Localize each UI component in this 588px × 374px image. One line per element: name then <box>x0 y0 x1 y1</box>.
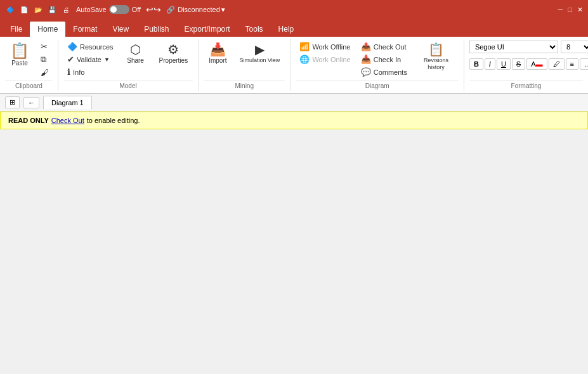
readonly-text: to enable editing. <box>87 117 140 124</box>
info-label: Info <box>73 68 84 76</box>
diagram-col2: 📤 Check Out 📥 Check In 💬 Comments <box>357 41 411 78</box>
check-out-icon: 📤 <box>361 42 371 51</box>
paste-icon: 📋 <box>10 43 29 58</box>
clipboard-group: 📋 Paste ✂ ⧉ 🖌 Clipboard <box>0 39 58 91</box>
revisions-icon: 📋 <box>428 43 444 56</box>
ribbon: 📋 Paste ✂ ⧉ 🖌 Clipboard 🔷 <box>0 37 588 94</box>
diagram-group: 📶 Work Offline 🌐 Work Online 📤 Check Out… <box>291 39 464 91</box>
format-row: B I U S A▬ 🖊 ≡ ... <box>469 58 588 70</box>
cut-button[interactable]: ✂ <box>37 41 53 53</box>
simulation-icon: ▶ <box>255 43 265 56</box>
work-offline-label: Work Offline <box>312 43 350 51</box>
clipboard-content: 📋 Paste ✂ ⧉ 🖌 <box>5 41 53 79</box>
tab-tools[interactable]: Tools <box>238 22 271 37</box>
app-icon: 🔷 <box>5 4 15 15</box>
comments-button[interactable]: 💬 Comments <box>357 66 411 78</box>
readonly-bar: READ ONLY Check Out to enable editing. <box>0 112 588 129</box>
check-out-label: Check Out <box>374 43 407 51</box>
tab-file[interactable]: File <box>3 22 30 37</box>
work-online-label: Work Online <box>312 56 350 63</box>
new-icon[interactable]: 📄 <box>19 4 29 15</box>
model-group: 🔷 Resources ✔ Validate ▼ ℹ Info ⬡ Share <box>58 39 199 91</box>
font-select[interactable]: Segoe UI <box>469 41 558 53</box>
diagram-tab[interactable]: Diagram 1 <box>43 96 92 109</box>
import-icon: 📥 <box>210 43 226 56</box>
comments-icon: 💬 <box>361 67 371 77</box>
resources-button[interactable]: 🔷 Resources <box>63 41 117 53</box>
close-btn[interactable]: ✕ <box>577 6 583 14</box>
import-button[interactable]: 📥 Import <box>204 41 232 67</box>
ribbon-tabs: File Home Format View Publish Export/Imp… <box>0 19 588 37</box>
check-in-button[interactable]: 📥 Check In <box>357 53 411 65</box>
formatting-label: Formatting <box>469 81 583 89</box>
clipboard-col: ✂ ⧉ 🖌 <box>37 41 53 79</box>
formatting-group: Segoe UI 8 A↑ B I U S A▬ 🖊 ≡ ... Formatt… <box>464 39 588 91</box>
disconnected-icon: 🔗 <box>166 6 175 14</box>
font-size-select[interactable]: 8 <box>561 41 588 53</box>
print-icon[interactable]: 🖨 <box>61 4 71 15</box>
tab-format[interactable]: Format <box>65 22 105 37</box>
save-icon[interactable]: 💾 <box>47 4 57 15</box>
revisions-label: Revisions history <box>419 57 454 71</box>
copy-button[interactable]: ⧉ <box>37 53 53 66</box>
highlight-button[interactable]: 🖊 <box>549 58 565 70</box>
undo-icon[interactable]: ↩ <box>146 4 154 15</box>
share-button[interactable]: ⬡ Share <box>120 41 152 67</box>
bold-button[interactable]: B <box>469 58 483 70</box>
import-label: Import <box>209 57 226 64</box>
formatting-content: Segoe UI 8 A↑ B I U S A▬ 🖊 ≡ ... <box>469 41 583 79</box>
diagram-content: 📶 Work Offline 🌐 Work Online 📤 Check Out… <box>296 41 459 79</box>
model-col1: 🔷 Resources ✔ Validate ▼ ℹ Info <box>63 41 117 78</box>
cut-icon: ✂ <box>41 42 48 51</box>
work-online-button[interactable]: 🌐 Work Online <box>296 53 354 65</box>
maximize-btn[interactable]: □ <box>568 6 572 13</box>
revisions-history-button[interactable]: 📋 Revisions history <box>414 41 459 74</box>
minimize-btn[interactable]: ─ <box>558 6 563 13</box>
strikethrough-button[interactable]: S <box>512 58 525 70</box>
tab-publish[interactable]: Publish <box>136 22 176 37</box>
underline-button[interactable]: U <box>497 58 511 70</box>
tab-help[interactable]: Help <box>271 22 302 37</box>
grid-view-button[interactable]: ⊞ <box>5 96 20 108</box>
tab-home[interactable]: Home <box>30 22 65 37</box>
font-row: Segoe UI 8 A↑ <box>469 41 588 53</box>
redo-icon[interactable]: ↪ <box>154 4 161 15</box>
disconnected-label: Disconnected <box>178 6 220 13</box>
italic-button[interactable]: I <box>485 58 495 70</box>
title-icons: 🔷 📄 📂 💾 🖨 <box>5 4 71 15</box>
font-color-button[interactable]: A▬ <box>526 58 547 70</box>
work-offline-button[interactable]: 📶 Work Offline <box>296 41 354 53</box>
tab-view[interactable]: View <box>105 22 136 37</box>
disconnected-status: 🔗 Disconnected <box>166 6 220 14</box>
validate-label: Validate <box>77 56 101 63</box>
dropdown-arrow[interactable]: ▼ <box>220 6 226 13</box>
autosave-dot <box>110 6 117 13</box>
check-out-button[interactable]: 📤 Check Out <box>357 41 411 53</box>
model-label: Model <box>63 81 193 89</box>
validate-dropdown[interactable]: ▼ <box>104 56 110 63</box>
breadcrumb-bar: ⊞ ← Diagram 1 <box>0 94 588 112</box>
paste-button[interactable]: 📋 Paste <box>5 41 34 69</box>
more-formatting-button[interactable]: ... <box>580 58 588 70</box>
share-label: Share <box>127 57 144 64</box>
autosave-toggle[interactable] <box>109 5 129 14</box>
open-icon[interactable]: 📂 <box>33 4 43 15</box>
tab-export-import[interactable]: Export/Import <box>177 22 238 37</box>
autosave-state: Off <box>132 6 141 13</box>
share-icon: ⬡ <box>130 43 141 56</box>
info-button[interactable]: ℹ Info <box>63 66 117 78</box>
simulation-view-button[interactable]: ▶ Simulation View <box>235 41 285 66</box>
readonly-label: READ ONLY <box>8 117 49 124</box>
back-button[interactable]: ← <box>23 97 39 108</box>
mining-content: 📥 Import ▶ Simulation View <box>204 41 285 79</box>
format-painter-button[interactable]: 🖌 <box>37 67 53 79</box>
properties-icon: ⚙ <box>167 43 179 56</box>
validate-button[interactable]: ✔ Validate ▼ <box>63 53 117 65</box>
properties-label: Properties <box>159 57 188 64</box>
properties-button[interactable]: ⚙ Properties <box>154 41 193 67</box>
resources-label: Resources <box>80 43 114 51</box>
diagram-col1: 📶 Work Offline 🌐 Work Online <box>296 41 354 65</box>
checkout-link[interactable]: Check Out <box>51 117 84 124</box>
model-content: 🔷 Resources ✔ Validate ▼ ℹ Info ⬡ Share <box>63 41 193 79</box>
align-button[interactable]: ≡ <box>566 58 578 70</box>
